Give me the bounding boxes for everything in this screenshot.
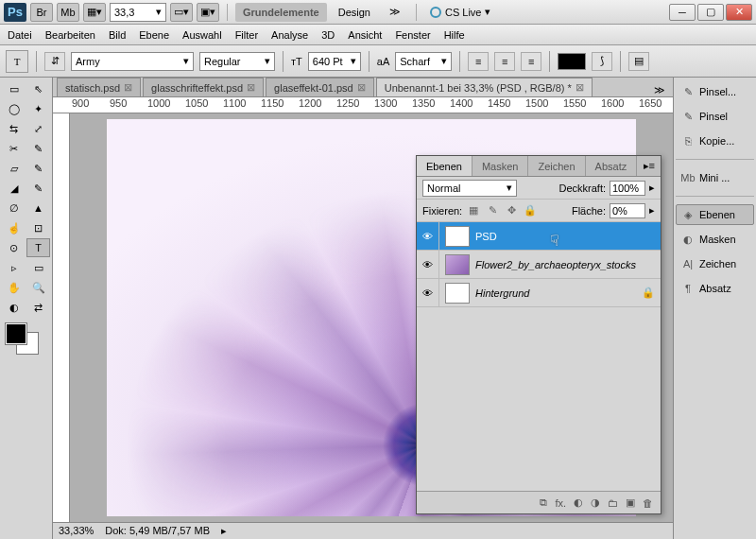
tool-0-1[interactable]: ⇖ xyxy=(26,79,50,98)
minimize-button[interactable]: ─ xyxy=(669,4,696,21)
menu-analyse[interactable]: Analyse xyxy=(271,29,308,41)
lock-image-icon[interactable]: ✎ xyxy=(485,203,500,218)
layers-panel-tab-masken[interactable]: Masken xyxy=(472,156,529,176)
tool-9-0[interactable]: ▹ xyxy=(2,258,26,277)
text-orientation-button[interactable]: ⇵ xyxy=(44,52,65,71)
font-style-combo[interactable]: Regular▾ xyxy=(199,52,275,71)
lock-all-icon[interactable]: 🔒 xyxy=(523,203,538,218)
layer-thumbnail[interactable]: T xyxy=(445,226,470,247)
screen-mode-button[interactable]: ▣▾ xyxy=(197,3,219,22)
layer-mask-icon[interactable]: ◐ xyxy=(574,496,583,509)
zoom-level-combo[interactable]: 33,3▾ xyxy=(110,3,166,22)
close-tab-icon[interactable]: ⊠ xyxy=(357,81,366,94)
tool-6-1[interactable]: ▲ xyxy=(26,199,50,217)
menu-3d[interactable]: 3D xyxy=(321,29,335,41)
tool-7-0[interactable]: ☝ xyxy=(2,218,26,237)
tool-7-1[interactable]: ⊡ xyxy=(26,218,50,237)
text-color-swatch[interactable] xyxy=(558,53,586,70)
align-right-button[interactable]: ≡ xyxy=(521,52,541,71)
layer-thumbnail[interactable] xyxy=(445,283,470,304)
view-extras-button[interactable]: ▦▾ xyxy=(83,3,106,22)
layer-name[interactable]: PSD xyxy=(475,231,642,242)
layer-row[interactable]: 👁Hintergrund🔒 xyxy=(417,279,661,307)
close-tab-icon[interactable]: ⊠ xyxy=(124,81,132,94)
layers-panel-tab-absatz[interactable]: Absatz xyxy=(586,156,638,176)
lock-transparency-icon[interactable]: ▦ xyxy=(466,203,481,218)
visibility-icon[interactable]: 👁 xyxy=(417,279,439,306)
panel-kopie[interactable]: ⎘Kopie... xyxy=(676,130,754,151)
menu-fenster[interactable]: Fenster xyxy=(395,29,430,41)
align-center-button[interactable]: ≡ xyxy=(494,52,515,71)
tool-6-0[interactable]: ∅ xyxy=(2,199,26,217)
opacity-flyout-icon[interactable]: ▸ xyxy=(649,182,655,194)
tab-overflow-icon[interactable]: ≫ xyxy=(646,84,673,96)
bridge-button[interactable]: Br xyxy=(30,3,53,22)
panel-pinsel[interactable]: ✎Pinsel... xyxy=(676,81,754,102)
antialias-combo[interactable]: Scharf▾ xyxy=(395,52,452,71)
menu-bearbeiten[interactable]: Bearbeiten xyxy=(45,29,95,41)
document-tab[interactable]: Unbenannt-1 bei 33,3% (PSD , RGB/8) *⊠ xyxy=(376,78,593,96)
menu-ansicht[interactable]: Ansicht xyxy=(348,29,382,41)
tool-10-0[interactable]: ✋ xyxy=(2,278,26,297)
tool-4-0[interactable]: ▱ xyxy=(2,159,26,178)
layer-fx-icon[interactable]: fx. xyxy=(555,497,566,509)
visibility-icon[interactable]: 👁 xyxy=(417,251,439,278)
panel-menu-icon[interactable]: ▸≡ xyxy=(638,156,661,176)
tool-10-1[interactable]: 🔍 xyxy=(26,278,50,297)
lock-position-icon[interactable]: ✥ xyxy=(504,203,519,218)
menu-datei[interactable]: Datei xyxy=(8,29,32,41)
layer-name[interactable]: Flower2_by_archaeopteryx_stocks xyxy=(475,259,642,270)
tool-1-0[interactable]: ◯ xyxy=(2,99,26,118)
minibridge-button[interactable]: Mb xyxy=(57,3,79,22)
panel-mini[interactable]: MbMini ... xyxy=(676,167,754,188)
tool-4-1[interactable]: ✎ xyxy=(26,159,50,178)
cslive-button[interactable]: CS Live ▾ xyxy=(424,6,497,18)
workspace-grundelemente[interactable]: Grundelemente xyxy=(235,3,327,22)
panel-pinsel[interactable]: ✎Pinsel xyxy=(676,106,754,127)
align-left-button[interactable]: ≡ xyxy=(468,52,489,71)
tool-8-0[interactable]: ⊙ xyxy=(2,238,26,257)
layer-thumbnail[interactable] xyxy=(445,254,470,275)
menu-filter[interactable]: Filter xyxy=(235,29,258,41)
layer-row[interactable]: 👁TPSD xyxy=(417,222,661,251)
menu-hilfe[interactable]: Hilfe xyxy=(444,29,465,41)
tool-9-1[interactable]: ▭ xyxy=(26,258,50,277)
character-panel-button[interactable]: ▤ xyxy=(628,52,649,71)
layers-panel-tab-ebenen[interactable]: Ebenen xyxy=(417,156,472,176)
tool-0-0[interactable]: ▭ xyxy=(2,79,26,98)
layer-group-icon[interactable]: 🗀 xyxy=(608,497,618,509)
visibility-icon[interactable]: 👁 xyxy=(417,222,439,250)
workspace-more[interactable]: ≫ xyxy=(382,3,408,22)
panel-masken[interactable]: ◐Masken xyxy=(676,229,754,250)
fill-input[interactable]: 0% xyxy=(610,203,645,218)
blend-mode-combo[interactable]: Normal▾ xyxy=(422,180,517,197)
layer-row[interactable]: 👁Flower2_by_archaeopteryx_stocks xyxy=(417,251,661,279)
tool-8-1[interactable]: T xyxy=(26,238,50,257)
document-tab[interactable]: glaseffekt-01.psd⊠ xyxy=(266,78,374,96)
tool-1-1[interactable]: ✦ xyxy=(26,99,50,118)
layers-panel-tab-zeichen[interactable]: Zeichen xyxy=(528,156,585,176)
opacity-input[interactable]: 100% xyxy=(610,181,645,196)
menu-bild[interactable]: Bild xyxy=(109,29,126,41)
menu-auswahl[interactable]: Auswahl xyxy=(182,29,222,41)
menu-ebene[interactable]: Ebene xyxy=(139,29,169,41)
document-tab[interactable]: glasschrifteffekt.psd⊠ xyxy=(143,78,264,96)
tool-2-0[interactable]: ⇆ xyxy=(2,119,26,138)
maximize-button[interactable]: ▢ xyxy=(697,4,724,21)
tool-3-1[interactable]: ✎ xyxy=(26,139,50,158)
tool-5-0[interactable]: ◢ xyxy=(2,179,26,198)
delete-layer-icon[interactable]: 🗑 xyxy=(643,497,653,509)
panel-ebenen[interactable]: ◈Ebenen xyxy=(676,204,754,225)
status-arrow-icon[interactable]: ▸ xyxy=(221,525,227,537)
adjustment-layer-icon[interactable]: ◑ xyxy=(591,496,600,509)
close-button[interactable]: ✕ xyxy=(726,4,752,21)
current-tool-icon[interactable]: T xyxy=(6,50,28,73)
tool-3-0[interactable]: ✂ xyxy=(2,139,26,158)
font-size-combo[interactable]: 640 Pt▾ xyxy=(308,52,361,71)
close-tab-icon[interactable]: ⊠ xyxy=(576,81,584,94)
layer-name[interactable]: Hintergrund xyxy=(475,287,642,299)
new-layer-icon[interactable]: ▣ xyxy=(626,496,635,509)
tool-2-1[interactable]: ⤢ xyxy=(26,119,50,138)
font-family-combo[interactable]: Army▾ xyxy=(71,52,194,71)
tool-11-1[interactable]: ⇄ xyxy=(26,298,50,317)
